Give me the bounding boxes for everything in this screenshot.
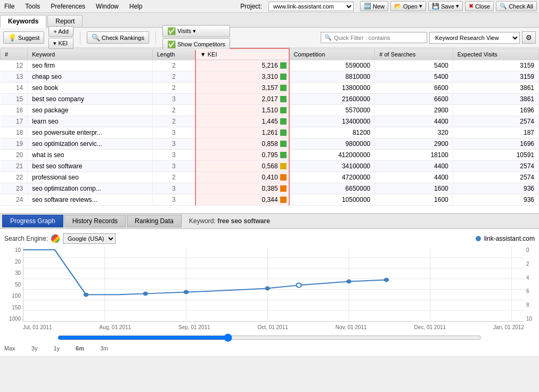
separator-1	[80, 31, 80, 44]
cell-num: 22	[1, 172, 28, 183]
svg-point-16	[296, 283, 301, 288]
settings-button[interactable]: ⚙	[522, 31, 536, 44]
new-button[interactable]: 🆕 New	[360, 1, 388, 11]
cell-num: 18	[1, 127, 28, 138]
timeline-6m[interactable]: 6m	[76, 345, 84, 352]
cell-keyword: learn seo	[28, 116, 152, 127]
checkall-icon: 🔍	[500, 3, 507, 10]
suggest-button[interactable]: 💡 Suggest	[3, 31, 44, 44]
cell-competition: 13400000	[289, 116, 375, 127]
table-row[interactable]: 16 seo package 2 1,510 5570000 2900 1696	[1, 105, 539, 116]
table-row[interactable]: 22 professional seo 2 0,410 47200000 440…	[1, 172, 539, 183]
kei-badge	[280, 107, 287, 113]
checkall-button[interactable]: 🔍 Check All	[496, 1, 537, 11]
cell-visits: 3861	[453, 94, 538, 105]
menu-window[interactable]: Window	[94, 2, 121, 11]
cell-kei: 5,216	[195, 60, 289, 71]
cell-keyword: cheap seo	[28, 71, 152, 83]
timeline-slider[interactable]	[58, 333, 482, 342]
project-select[interactable]: www.link-assistant.com	[268, 2, 354, 11]
add-button[interactable]: + Add	[48, 26, 73, 37]
table-row[interactable]: 13 cheap seo 2 3,310 8810000 5400 3159	[1, 71, 539, 83]
cell-num: 23	[1, 183, 28, 194]
kei-value: 0,410	[262, 174, 278, 181]
table-row[interactable]: 18 seo powersuite enterpr... 3 1,261 812…	[1, 127, 539, 138]
bottom-tab-progress[interactable]: Progress Graph	[2, 215, 63, 227]
search-engine-selector: Search Engine: Google (USA)	[4, 233, 116, 244]
col-header-kei[interactable]: ▼ KEI	[195, 48, 289, 60]
legend-label: link-assistant.com	[484, 235, 535, 242]
engine-select[interactable]: Google (USA)	[63, 233, 116, 244]
cell-length: 3	[152, 138, 195, 150]
open-button[interactable]: 📂 Open ▾	[390, 1, 426, 11]
cell-kei: 0,344	[195, 194, 289, 206]
keyword-table: # Keyword Length ▼ KEI Competition # of …	[0, 48, 539, 206]
action-bar: 💡 Suggest + Add ▾ KEI 🔍 Check Rankings ✅…	[0, 28, 539, 48]
cell-num: 15	[1, 94, 28, 105]
view-select[interactable]: Keyword Research View	[429, 32, 520, 44]
table-row[interactable]: 23 seo optimization comp... 3 0,385 6650…	[1, 183, 539, 194]
kei-value: 3,310	[262, 73, 278, 80]
svg-point-17	[346, 280, 351, 284]
cell-num: 13	[1, 71, 28, 83]
cell-visits: 1696	[453, 138, 538, 150]
menu-preferences[interactable]: Preferences	[48, 2, 87, 11]
kei-badge	[280, 185, 287, 192]
cell-keyword: best seo company	[28, 94, 152, 105]
cell-keyword: best seo software	[28, 161, 152, 172]
table-row[interactable]: 14 seo book 2 3,157 13800000 6600 3861	[1, 83, 539, 94]
bottom-tab-ranking[interactable]: Ranking Data	[127, 215, 182, 227]
timeline-1y[interactable]: 1y	[53, 345, 60, 352]
menu-help[interactable]: Help	[127, 2, 145, 11]
cell-length: 2	[152, 60, 195, 71]
table-row[interactable]: 24 seo software reviews... 3 0,344 10500…	[1, 194, 539, 206]
cell-searches: 4400	[375, 172, 453, 183]
kei-value: 1,445	[262, 118, 278, 125]
table-row[interactable]: 21 best seo software 3 0,568 34100000 44…	[1, 161, 539, 172]
cell-length: 2	[152, 116, 195, 127]
rankings-icon: 🔍	[92, 34, 100, 42]
keyword-value: free seo software	[217, 217, 270, 225]
x-label-7: Jan, 01 2012	[493, 324, 524, 330]
tab-keywords[interactable]: Keywords	[0, 15, 46, 28]
main-tabs: Keywords Report	[0, 13, 539, 28]
competitors-icon: ✅	[167, 40, 176, 48]
table-row[interactable]: 15 best seo company 3 2,017 21600000 660…	[1, 94, 539, 105]
close-button[interactable]: ✖ Close	[465, 1, 494, 11]
keyword-label: Keyword: free seo software	[189, 217, 270, 225]
timeline-max[interactable]: Max	[4, 345, 15, 352]
cell-visits: 3159	[453, 60, 538, 71]
menu-tools[interactable]: Tools	[23, 2, 42, 11]
cell-keyword: seo powersuite enterpr...	[28, 127, 152, 138]
table-row[interactable]: 20 what is seo 3 0,795 412000000 18100 1…	[1, 150, 539, 161]
cell-visits: 2574	[453, 116, 538, 127]
table-row[interactable]: 12 seo firm 2 5,216 5590000 5400 3159	[1, 60, 539, 71]
table-row[interactable]: 17 learn seo 2 1,445 13400000 4400 2574	[1, 116, 539, 127]
cell-kei: 1,261	[195, 127, 289, 138]
cell-kei: 0,410	[195, 172, 289, 183]
kei-badge	[280, 118, 287, 125]
filter-input[interactable]	[334, 35, 419, 41]
timeline-3y[interactable]: 3y	[31, 345, 38, 352]
menu-file[interactable]: File	[2, 2, 17, 11]
cell-visits: 936	[453, 194, 538, 206]
x-label-4: Oct, 01 2011	[258, 324, 288, 330]
timeline-3m[interactable]: 3m	[100, 345, 108, 352]
check-rankings-button[interactable]: 🔍 Check Rankings	[87, 31, 149, 44]
bottom-tab-history[interactable]: History Records	[64, 215, 126, 227]
cell-length: 2	[152, 71, 195, 83]
cell-num: 14	[1, 83, 28, 94]
cell-visits: 936	[453, 183, 538, 194]
table-row[interactable]: 19 seo optimization servic... 3 0,858 98…	[1, 138, 539, 150]
kei-badge	[280, 152, 287, 158]
col-header-visits: Expected Visits	[453, 48, 538, 60]
chart-svg	[23, 247, 524, 322]
x-label-3: Sep, 01 2011	[178, 324, 210, 330]
kei-value: 0,795	[262, 151, 278, 159]
tab-report[interactable]: Report	[47, 15, 83, 27]
visits-button[interactable]: ✅ Visits ▾	[162, 25, 230, 37]
cell-visits: 187	[453, 127, 538, 138]
cell-competition: 47200000	[289, 172, 375, 183]
save-button[interactable]: 💾 Save ▾	[428, 1, 463, 11]
kei-button[interactable]: ▾ KEI	[48, 38, 73, 49]
